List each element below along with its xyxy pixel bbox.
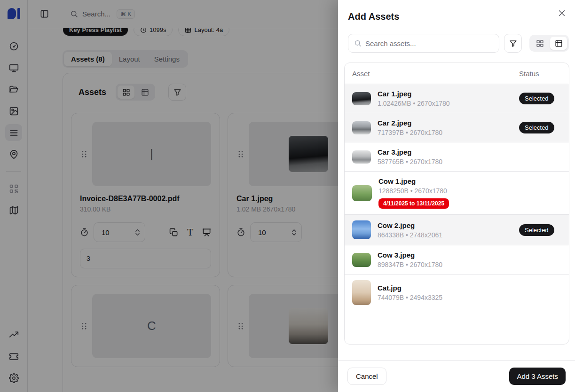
drawer-filter-button[interactable] (504, 34, 522, 53)
asset-meta: 898347B • 2670x1780 (378, 261, 512, 268)
status-badge: Selected (519, 122, 554, 133)
asset-info: Car 2.jpeg717397B • 2670x1780 (378, 119, 512, 136)
asset-thumbnail (352, 185, 372, 201)
status-cell: Selected (519, 93, 561, 104)
asset-search-field[interactable] (348, 34, 499, 53)
asset-thumbnail (352, 150, 371, 164)
asset-meta: 744079B • 2494x3325 (378, 294, 512, 301)
table-row[interactable]: Cow 3.jpeg898347B • 2670x1780 (345, 245, 569, 274)
asset-meta: 1.02426MB • 2670x1780 (378, 100, 512, 107)
column-header-asset: Asset (352, 70, 519, 78)
close-button[interactable] (555, 7, 568, 20)
asset-info: Cow 3.jpeg898347B • 2670x1780 (378, 251, 512, 268)
close-icon (558, 9, 566, 17)
status-cell: Selected (519, 224, 561, 236)
table-header: Asset Status (345, 63, 569, 84)
table-row[interactable]: Cat.jpg744079B • 2494x3325 (345, 274, 569, 311)
asset-info: Car 3.jpeg587765B • 2670x1780 (378, 148, 512, 165)
asset-thumbnail (352, 121, 371, 134)
asset-name: Car 3.jpeg (378, 148, 512, 156)
asset-name: Cow 2.jpeg (378, 221, 512, 229)
asset-thumbnail (352, 92, 371, 105)
drawer-table-view-button[interactable] (550, 37, 567, 50)
asset-info: Cow 2.jpeg864338B • 2748x2061 (378, 221, 512, 239)
asset-search-input[interactable] (365, 39, 493, 47)
table-row[interactable]: Car 2.jpeg717397B • 2670x1780Selected (345, 113, 569, 142)
app-root: Key Press Playlist 1099s Layout: 4a Asse… (0, 0, 575, 392)
drawer-footer: Cancel Add 3 Assets (338, 360, 575, 392)
asset-meta: 1288250B • 2670x1780 (378, 187, 512, 195)
asset-info: Cow 1.jpeg1288250B • 2670x17804/11/2025 … (378, 177, 512, 209)
asset-thumbnail (352, 280, 371, 305)
table-row[interactable]: Cow 2.jpeg864338B • 2748x2061Selected (345, 214, 569, 245)
asset-thumbnail (352, 253, 371, 267)
table-row[interactable]: Car 1.jpeg1.02426MB • 2670x1780Selected (345, 84, 569, 113)
asset-meta: 717397B • 2670x1780 (378, 129, 512, 136)
asset-name: Car 2.jpeg (378, 119, 512, 127)
date-range-badge: 4/11/2025 to 13/11/2025 (378, 198, 449, 209)
column-header-status: Status (519, 70, 561, 78)
table-row[interactable]: Car 3.jpeg587765B • 2670x1780 (345, 142, 569, 171)
asset-meta: 587765B • 2670x1780 (378, 158, 512, 165)
asset-meta: 864338B • 2748x2061 (378, 231, 512, 239)
layout-grid-icon (536, 39, 544, 47)
search-icon (354, 39, 362, 47)
cancel-button[interactable]: Cancel (347, 368, 386, 385)
table-icon (555, 39, 563, 47)
funnel-icon (509, 39, 517, 47)
drawer-search-row (338, 34, 575, 53)
status-badge: Selected (519, 224, 554, 236)
drawer-view-toggle-group (529, 35, 569, 52)
drawer-title: Add Assets (338, 0, 575, 22)
asset-info: Cat.jpg744079B • 2494x3325 (378, 284, 512, 301)
drawer-grid-view-button[interactable] (531, 37, 548, 50)
status-cell: Selected (519, 122, 561, 133)
asset-name: Car 1.jpeg (378, 90, 512, 98)
asset-name: Cow 1.jpeg (378, 177, 512, 185)
asset-table: Asset Status Car 1.jpeg1.02426MB • 2670x… (344, 63, 569, 345)
table-body: Car 1.jpeg1.02426MB • 2670x1780SelectedC… (345, 84, 569, 311)
add-assets-button[interactable]: Add 3 Assets (509, 368, 566, 385)
add-assets-drawer: Add Assets Asset Status (338, 0, 575, 392)
table-row[interactable]: Cow 1.jpeg1288250B • 2670x17804/11/2025 … (345, 171, 569, 214)
asset-name: Cow 3.jpeg (378, 251, 512, 259)
asset-name: Cat.jpg (378, 284, 512, 292)
status-badge: Selected (519, 93, 554, 104)
asset-info: Car 1.jpeg1.02426MB • 2670x1780 (378, 90, 512, 107)
asset-thumbnail (352, 220, 371, 239)
